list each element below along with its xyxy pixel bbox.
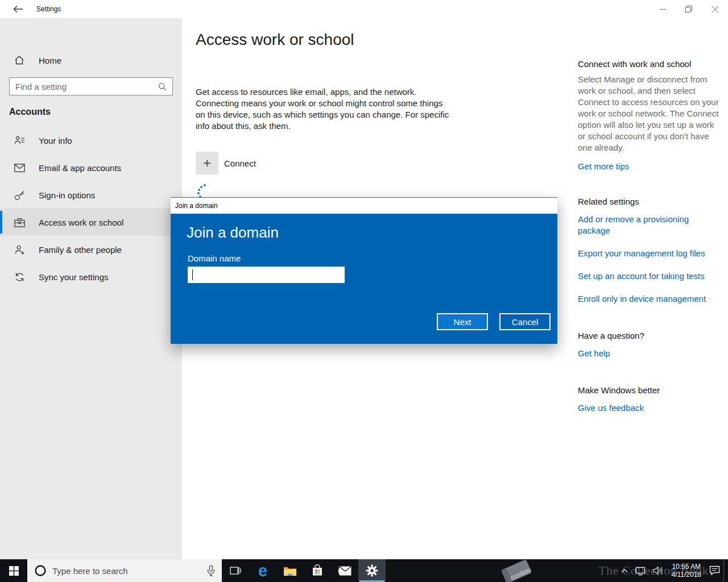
sidebar-item-your-info[interactable]: Your info <box>0 127 182 154</box>
taskbar: e <box>0 559 728 582</box>
key-icon <box>14 189 25 201</box>
sidebar-item-label: Your info <box>39 136 72 146</box>
microphone-icon[interactable] <box>207 565 215 576</box>
sidebar-item-sign-in-options[interactable]: Sign-in options <box>0 181 182 209</box>
chevron-up-icon <box>621 568 628 573</box>
sidebar-item-label: Sign-in options <box>39 190 95 200</box>
maximize-button[interactable] <box>676 0 702 18</box>
title-bar: Settings <box>0 0 728 18</box>
sidebar-item-label: Family & other people <box>39 245 122 255</box>
test-taking-account-link[interactable]: Set up an account for taking tests <box>578 271 720 282</box>
back-button[interactable] <box>7 0 30 18</box>
connect-button[interactable]: + Connect <box>196 152 256 174</box>
sidebar-item-label: Access work or school <box>39 218 123 227</box>
clock-time: 10:55 AM <box>672 563 702 571</box>
speaker-icon <box>653 566 664 575</box>
cancel-button-label: Cancel <box>512 317 539 327</box>
next-button[interactable]: Next <box>437 313 488 330</box>
taskbar-app-store[interactable] <box>304 559 331 582</box>
get-more-tips-link[interactable]: Get more tips <box>578 161 720 172</box>
sync-icon <box>14 271 25 282</box>
gear-icon <box>365 564 379 577</box>
action-center-button[interactable] <box>706 559 723 582</box>
next-button-label: Next <box>454 317 471 327</box>
start-button[interactable] <box>0 559 27 582</box>
volume-tray-button[interactable] <box>650 559 667 582</box>
find-setting-searchbox[interactable] <box>9 77 173 95</box>
dialog-heading: Join a domain <box>187 224 279 242</box>
related-settings-heading: Related settings <box>578 197 720 206</box>
taskbar-search-input[interactable] <box>52 566 207 576</box>
help-text: Select Manage or disconnect from work or… <box>578 74 720 153</box>
cancel-button[interactable]: Cancel <box>499 313 551 330</box>
store-icon <box>311 564 324 577</box>
cortana-icon <box>34 564 47 577</box>
provisioning-package-link[interactable]: Add or remove a provisioning package <box>578 214 720 236</box>
network-tray-button[interactable] <box>631 559 650 582</box>
search-icon[interactable] <box>158 82 167 91</box>
back-arrow-icon <box>13 5 23 13</box>
sidebar-item-email-app-accounts[interactable]: Email & app accounts <box>0 154 182 181</box>
make-windows-better-heading: Make Windows better <box>578 385 720 395</box>
restore-icon <box>685 6 692 13</box>
dialog-body: Join a domain Domain name Next Cancel <box>171 214 557 344</box>
network-icon <box>635 566 646 576</box>
join-domain-dialog: Join a domain Join a domain Domain name … <box>171 197 557 344</box>
export-log-files-link[interactable]: Export your management log files <box>578 248 720 259</box>
mail-icon <box>338 566 351 576</box>
action-center-icon <box>709 566 720 576</box>
taskbar-app-edge[interactable]: e <box>249 559 276 582</box>
person-add-icon <box>14 244 25 255</box>
text-caret <box>192 269 193 280</box>
task-view-icon <box>230 566 241 576</box>
page-title: Access work or school <box>196 31 354 49</box>
domain-name-input[interactable] <box>188 267 345 283</box>
sidebar-home-label: Home <box>39 56 61 65</box>
close-button[interactable] <box>702 0 728 18</box>
file-explorer-icon <box>283 566 297 576</box>
sidebar-item-sync-your-settings[interactable]: Sync your settings <box>0 263 182 290</box>
dialog-title-bar[interactable]: Join a domain <box>171 198 557 214</box>
get-help-link[interactable]: Get help <box>578 348 720 359</box>
minimize-icon <box>660 6 666 13</box>
connect-button-label: Connect <box>224 159 256 168</box>
accounts-section-heading: Accounts <box>9 107 51 117</box>
show-desktop-button[interactable] <box>723 559 728 582</box>
taskbar-app-file-explorer[interactable] <box>276 559 304 582</box>
sidebar-item-label: Email & app accounts <box>39 163 121 173</box>
close-icon <box>712 6 718 13</box>
home-icon <box>14 55 25 66</box>
window-title: Settings <box>36 0 61 18</box>
watermark-book-logo <box>497 558 537 582</box>
settings-window: Settings Home <box>0 0 728 582</box>
sidebar-item-label: Sync your settings <box>39 272 109 282</box>
edge-icon: e <box>258 563 267 579</box>
taskbar-clock[interactable]: 10:55 AM 4/11/2018 <box>667 563 706 579</box>
sidebar-item-access-work-or-school[interactable]: Access work or school <box>0 209 182 236</box>
page-description: Get access to resources like email, apps… <box>196 86 453 132</box>
minimize-button[interactable] <box>650 0 676 18</box>
device-management-link[interactable]: Enroll only in device management <box>578 293 720 305</box>
sidebar-item-family-other-people[interactable]: Family & other people <box>0 236 182 263</box>
hidden-icons-button[interactable] <box>618 559 631 582</box>
sidebar: Home Accounts Your info Email & app acco… <box>0 18 182 559</box>
have-a-question-heading: Have a question? <box>578 331 720 340</box>
task-view-button[interactable] <box>222 559 249 582</box>
plus-icon: + <box>196 152 218 174</box>
help-heading: Connect with work and school <box>578 59 720 69</box>
dialog-window-title: Join a domain <box>175 202 218 210</box>
windows-logo-icon <box>9 566 19 576</box>
sidebar-item-home[interactable]: Home <box>0 50 182 70</box>
taskbar-app-settings[interactable] <box>358 559 386 582</box>
give-us-feedback-link[interactable]: Give us feedback <box>578 402 720 414</box>
domain-name-label: Domain name <box>188 253 241 263</box>
taskbar-search-box[interactable] <box>27 559 222 582</box>
search-input[interactable] <box>10 82 158 92</box>
system-tray: 10:55 AM 4/11/2018 <box>618 559 728 582</box>
briefcase-icon <box>14 217 25 228</box>
envelope-icon <box>14 162 25 173</box>
clock-date: 4/11/2018 <box>672 571 702 579</box>
person-id-icon <box>14 135 25 146</box>
domain-name-field[interactable] <box>188 267 345 283</box>
taskbar-app-mail[interactable] <box>331 559 358 582</box>
